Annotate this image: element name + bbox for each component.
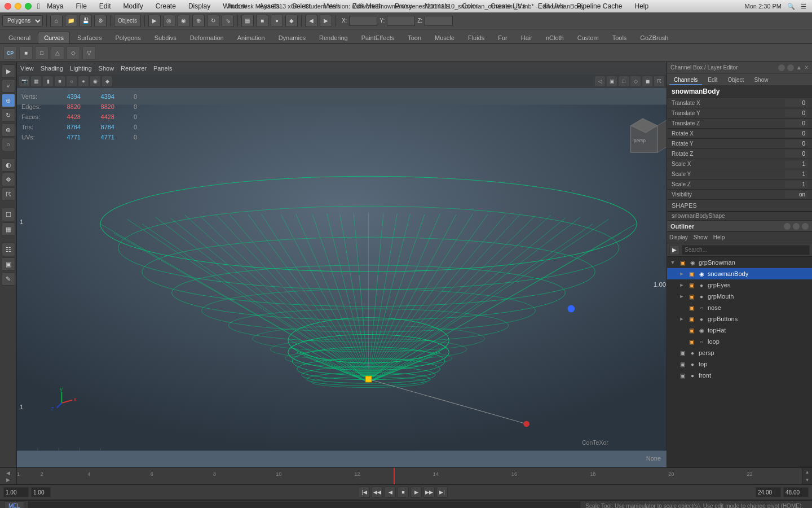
- vp-grid-icon[interactable]: ▦: [31, 76, 41, 86]
- timeline-scroll[interactable]: ▲ ▼: [802, 468, 812, 484]
- close-button[interactable]: [5, 3, 11, 10]
- rotate-tool-icon[interactable]: ↻: [2, 108, 15, 122]
- tab-ncloth[interactable]: nCloth: [540, 32, 570, 43]
- cb-scale-z-value[interactable]: 1: [785, 181, 807, 188]
- mode-dropdown[interactable]: Polygons: [2, 15, 43, 27]
- expand-grpSnowman-icon[interactable]: ▼: [669, 259, 676, 266]
- tab-fluids[interactable]: Fluids: [462, 32, 491, 43]
- script-editor-icon[interactable]: ✎: [2, 272, 15, 286]
- go-end-button[interactable]: ▶|: [436, 487, 448, 498]
- paint-select-icon[interactable]: ☸: [2, 173, 15, 186]
- vp-texture-icon[interactable]: ◉: [90, 76, 100, 86]
- menu-display[interactable]: Display: [186, 1, 213, 11]
- cb-minimize-btn[interactable]: ▲: [796, 64, 802, 71]
- cb-translate-z-row[interactable]: Translate Z 0: [667, 119, 812, 129]
- step-forward-button[interactable]: ▶▶: [423, 487, 435, 498]
- ol-btn1[interactable]: [784, 223, 791, 230]
- shelf-icon-4[interactable]: ◇: [67, 46, 80, 60]
- menu-create[interactable]: Create: [153, 1, 178, 11]
- expand-grpButtons-icon[interactable]: ►: [678, 316, 685, 322]
- cb-rotate-z-row[interactable]: Rotate Z 0: [667, 149, 812, 159]
- history-icon[interactable]: ◀: [305, 15, 317, 27]
- ol-search-input[interactable]: [682, 245, 810, 255]
- cb-tab-edit[interactable]: Edit: [703, 76, 722, 85]
- cb-tab-object[interactable]: Object: [723, 76, 749, 85]
- select-tool-icon[interactable]: ▶: [148, 15, 161, 27]
- vp-light-icon[interactable]: ☼: [67, 76, 77, 86]
- vp-shadow-icon[interactable]: ●: [78, 76, 89, 86]
- tab-fur[interactable]: Fur: [492, 32, 514, 43]
- playback-start-input[interactable]: [3, 487, 29, 497]
- expand-grpEyes-icon[interactable]: ►: [678, 282, 685, 288]
- tab-tools[interactable]: Tools: [606, 32, 633, 43]
- maximize-button[interactable]: [25, 3, 32, 10]
- open-icon[interactable]: 📁: [65, 15, 77, 27]
- layer-icon[interactable]: ☷: [2, 243, 15, 256]
- settings-icon[interactable]: ⚙: [94, 15, 107, 27]
- play-back-button[interactable]: ◀: [385, 487, 396, 498]
- minimize-button[interactable]: [15, 3, 21, 10]
- z-input[interactable]: [425, 16, 453, 26]
- command-line-input[interactable]: [28, 501, 581, 509]
- cb-rotate-y-value[interactable]: 0: [785, 140, 807, 147]
- menu-help[interactable]: Help: [632, 1, 651, 11]
- cb-scale-z-row[interactable]: Scale Z 1: [667, 179, 812, 190]
- cb-scale-y-row[interactable]: Scale Y 1: [667, 169, 812, 179]
- vp-view-icon2[interactable]: □: [619, 76, 629, 86]
- tab-subdivs[interactable]: Subdivs: [148, 32, 183, 43]
- vp-select-mask-icon[interactable]: ◁: [595, 76, 605, 86]
- expand-loop-icon[interactable]: ►: [678, 338, 685, 345]
- ol-item-loop[interactable]: ► ▣ ○ loop: [667, 336, 812, 347]
- window-controls[interactable]: [5, 3, 32, 10]
- cb-rotate-x-row[interactable]: Rotate X 0: [667, 129, 812, 139]
- cb-close-btn[interactable]: ✕: [804, 64, 809, 71]
- vp-menu-renderer[interactable]: Renderer: [121, 65, 147, 72]
- cb-translate-x-value[interactable]: 0: [785, 99, 807, 107]
- cb-translate-y-value[interactable]: 0: [785, 110, 807, 117]
- home-icon[interactable]: ⌂: [50, 15, 63, 27]
- cb-translate-y-row[interactable]: Translate Y 0: [667, 108, 812, 119]
- play-forward-button[interactable]: ▶: [411, 487, 422, 498]
- expand-front-icon[interactable]: ►: [669, 372, 676, 379]
- move-tool-icon[interactable]: ⊕: [2, 94, 15, 107]
- cb-translate-x-row[interactable]: Translate X 0: [667, 98, 812, 108]
- expand-snowmanBody-icon[interactable]: ►: [678, 270, 685, 277]
- ol-menu-display[interactable]: Display: [669, 234, 688, 240]
- scale-icon[interactable]: ⇘: [222, 15, 234, 27]
- vp-view-icon1[interactable]: ▣: [607, 76, 617, 86]
- tab-muscle[interactable]: Muscle: [429, 32, 461, 43]
- shelf-icon-1[interactable]: ■: [19, 46, 33, 60]
- cb-visibility-row[interactable]: Visibility on: [667, 190, 812, 200]
- tab-hair[interactable]: Hair: [515, 32, 539, 43]
- tab-deformation[interactable]: Deformation: [184, 32, 230, 43]
- tab-custom[interactable]: Custom: [571, 32, 605, 43]
- vp-smooth-icon[interactable]: ■: [55, 76, 65, 86]
- cb-rotate-x-value[interactable]: 0: [785, 130, 807, 137]
- cb-translate-z-value[interactable]: 0: [785, 120, 807, 127]
- tab-painteffects[interactable]: PaintEffects: [355, 32, 401, 43]
- cb-rotate-z-value[interactable]: 0: [785, 150, 807, 157]
- expand-top-icon[interactable]: ►: [669, 361, 676, 367]
- menu-modify[interactable]: Modify: [121, 1, 145, 11]
- ol-item-topHat[interactable]: ► ▣ ◉ topHat: [667, 325, 812, 336]
- snap-curve-icon[interactable]: ■: [256, 15, 268, 27]
- move-icon[interactable]: ⊕: [192, 15, 205, 27]
- vp-view-icon4[interactable]: ◼: [642, 76, 652, 86]
- tab-surfaces[interactable]: Surfaces: [71, 32, 108, 43]
- tab-gozbrush[interactable]: GoZBrush: [634, 32, 674, 43]
- cb-tab-show[interactable]: Show: [749, 76, 773, 85]
- cb-btn1[interactable]: [778, 64, 785, 71]
- vp-menu-shading[interactable]: Shading: [41, 65, 63, 72]
- timeline-main[interactable]: 1 2 4 6 8 10 12 14 16 18 20 22: [17, 468, 802, 484]
- tab-polygons[interactable]: Polygons: [109, 32, 147, 43]
- snap-point-icon[interactable]: ●: [271, 15, 283, 27]
- corner-cube-3d[interactable]: persp: [631, 119, 667, 152]
- objects-button[interactable]: Objects: [114, 15, 141, 27]
- ol-item-grpButtons[interactable]: ► ▣ ● grpButtons: [667, 313, 812, 325]
- ol-item-snowmanBody[interactable]: ► ▣ ◉ snowmanBody: [667, 268, 812, 279]
- select-mode-icon[interactable]: ▶: [2, 64, 15, 78]
- ol-btn2[interactable]: [793, 223, 800, 230]
- cb-scale-y-value[interactable]: 1: [785, 170, 807, 178]
- expand-persp-icon[interactable]: ►: [669, 349, 676, 356]
- y-input[interactable]: [387, 16, 415, 26]
